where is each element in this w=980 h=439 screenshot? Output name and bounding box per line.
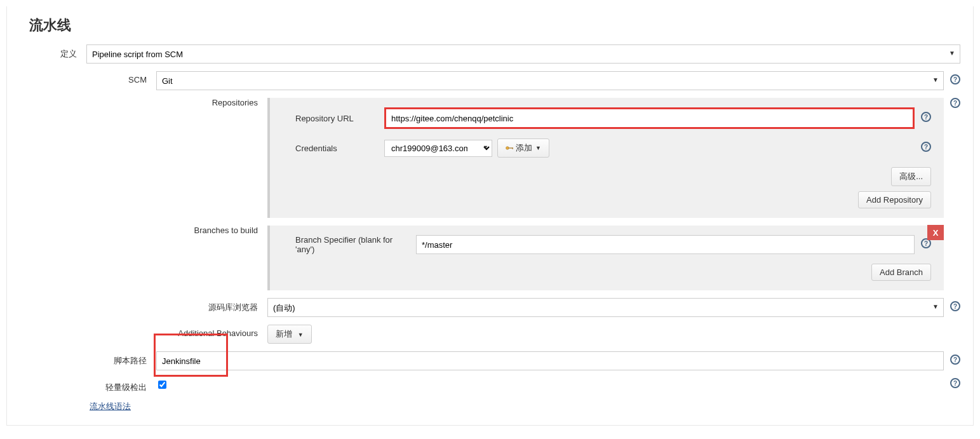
help-icon[interactable]: ? xyxy=(950,98,960,111)
help-icon[interactable]: ? xyxy=(950,301,960,314)
scm-row: SCM Git ? xyxy=(20,71,960,90)
branches-row: Branches to build X Branch Specifier (bl… xyxy=(20,226,960,290)
add-repository-button[interactable]: Add Repository xyxy=(858,191,931,208)
svg-rect-6 xyxy=(513,147,513,149)
pipeline-config-panel: 流水线 定义 Pipeline script from SCM SCM Git … xyxy=(6,6,974,426)
script-path-label: 脚本路径 xyxy=(20,351,156,367)
svg-text:?: ? xyxy=(924,240,928,247)
lightweight-label: 轻量级检出 xyxy=(20,378,156,393)
repositories-block: Repository URL ? Credentials chr199009@1… xyxy=(267,98,944,218)
definition-label: 定义 xyxy=(20,44,86,60)
help-icon[interactable]: ? xyxy=(921,142,931,154)
svg-text:?: ? xyxy=(953,356,957,363)
svg-text:?: ? xyxy=(953,100,957,107)
help-icon[interactable]: ? xyxy=(921,238,931,251)
repo-browser-label: 源码库浏览器 xyxy=(20,298,267,313)
repository-url-input[interactable] xyxy=(384,107,915,129)
definition-row: 定义 Pipeline script from SCM xyxy=(20,44,960,64)
help-icon[interactable]: ? xyxy=(950,378,960,391)
credentials-select[interactable]: chr199009@163.com xyxy=(384,140,492,157)
pipeline-syntax-link[interactable]: 流水线语法 xyxy=(90,402,131,411)
lightweight-row: 轻量级检出 ? xyxy=(20,378,960,393)
definition-select[interactable]: Pipeline script from SCM xyxy=(86,44,960,64)
caret-down-icon: ▼ xyxy=(298,332,304,338)
repositories-label: Repositories xyxy=(20,98,267,107)
script-path-row: 脚本路径 ? xyxy=(20,351,960,370)
svg-text:?: ? xyxy=(953,76,957,83)
lightweight-checkbox[interactable] xyxy=(158,381,166,389)
help-icon[interactable]: ? xyxy=(950,355,960,367)
help-icon[interactable]: ? xyxy=(921,112,931,125)
repo-url-label: Repository URL xyxy=(283,114,384,123)
section-title: 流水线 xyxy=(20,6,960,44)
credentials-label: Credentials xyxy=(283,144,384,153)
advanced-button[interactable]: 高级... xyxy=(891,167,931,186)
svg-text:?: ? xyxy=(924,114,928,121)
svg-point-4 xyxy=(506,147,509,150)
help-icon[interactable]: ? xyxy=(950,74,960,87)
branches-label: Branches to build xyxy=(20,226,267,235)
svg-text:?: ? xyxy=(953,303,957,310)
scm-label: SCM xyxy=(20,71,156,84)
script-path-input[interactable] xyxy=(156,351,944,370)
repo-browser-select[interactable]: (自动) xyxy=(267,298,944,317)
svg-text:?: ? xyxy=(953,380,957,387)
caret-down-icon: ▼ xyxy=(535,145,541,151)
branch-specifier-label: Branch Specifier (blank for 'any') xyxy=(283,235,416,254)
add-credentials-button[interactable]: 添加 ▼ xyxy=(497,138,549,158)
key-icon xyxy=(506,145,514,151)
repositories-row: Repositories Repository URL ? Credential… xyxy=(20,98,960,218)
repo-browser-row: 源码库浏览器 (自动) ? xyxy=(20,298,960,317)
additional-behaviours-label: Additional Behaviours xyxy=(20,325,267,338)
delete-branch-button[interactable]: X xyxy=(927,225,944,240)
branches-block: X Branch Specifier (blank for 'any') ? A… xyxy=(267,226,944,290)
additional-behaviours-row: Additional Behaviours 新增 ▼ xyxy=(20,325,960,344)
add-behaviour-button[interactable]: 新增 ▼ xyxy=(267,325,312,344)
svg-text:?: ? xyxy=(924,144,928,151)
add-branch-button[interactable]: Add Branch xyxy=(871,264,931,281)
branch-specifier-input[interactable] xyxy=(416,235,915,254)
scm-select[interactable]: Git xyxy=(156,71,944,90)
